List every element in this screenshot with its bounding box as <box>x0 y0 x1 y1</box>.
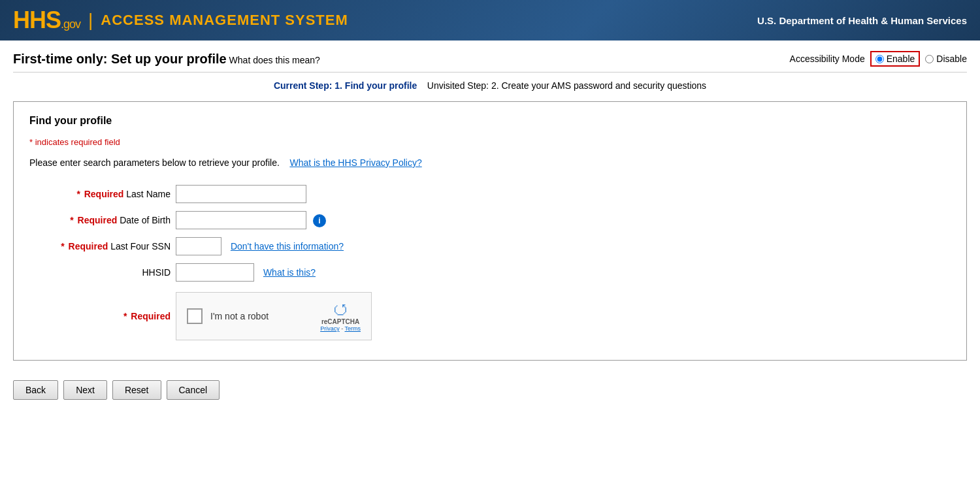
hhsid-row: HHSID What is this? <box>29 259 951 285</box>
captcha-logo-area: ⭯ reCAPTCHA Privacy - Terms <box>320 300 361 333</box>
captcha-checkbox[interactable] <box>187 308 203 324</box>
page-heading-row: First-time only: Set up your profile Wha… <box>13 51 967 73</box>
back-button[interactable]: Back <box>13 380 58 400</box>
captcha-label-cell: * Required <box>29 285 173 347</box>
dob-star: * <box>70 215 73 225</box>
dob-input-cell: i <box>173 207 951 233</box>
hhsid-input-cell: What is this? <box>173 259 951 285</box>
current-step-label: Current Step: 1. Find your profile <box>274 80 419 91</box>
dob-label-cell: * Required Date of Birth <box>29 207 173 233</box>
last-name-required: Required <box>84 189 124 199</box>
form-card: Find your profile * indicates required f… <box>13 101 967 361</box>
cancel-button[interactable]: Cancel <box>167 380 220 400</box>
privacy-policy-link[interactable]: What is the HHS Privacy Policy? <box>289 157 421 168</box>
hhsid-label-cell: HHSID <box>29 259 173 285</box>
dob-info-icon[interactable]: i <box>313 214 326 227</box>
ssn-label-cell: * Required Last Four SSN <box>29 233 173 259</box>
enable-label: Enable <box>887 54 915 64</box>
hhsid-label: HHSID <box>142 267 171 278</box>
page-content: First-time only: Set up your profile Wha… <box>0 41 980 417</box>
form-description: Please enter search parameters below to … <box>29 157 951 168</box>
page-heading-area: First-time only: Set up your profile Wha… <box>13 52 320 67</box>
header-logo-area: HHS.gov | ACCESS MANAGEMENT SYSTEM <box>13 7 348 34</box>
captcha-terms[interactable]: Terms <box>345 325 361 332</box>
ssn-input-cell: Don't have this information? <box>173 233 951 259</box>
next-button[interactable]: Next <box>63 380 107 400</box>
header-title: ACCESS MANAGEMENT SYSTEM <box>101 12 348 29</box>
hhs-logo: HHS.gov <box>13 7 80 34</box>
last-name-label-cell: * Required Last Name <box>29 181 173 207</box>
dob-required: Required <box>78 215 118 225</box>
gov-text: .gov <box>61 18 80 31</box>
dob-label: Date of Birth <box>120 215 171 225</box>
captcha-privacy[interactable]: Privacy <box>320 325 340 332</box>
last-name-input[interactable] <box>176 185 306 203</box>
last-name-star: * <box>76 189 80 199</box>
form-card-title: Find your profile <box>29 115 951 127</box>
last-name-row: * Required Last Name <box>29 181 951 207</box>
form-fields-table: * Required Last Name * Required Date of … <box>29 181 951 347</box>
unvisited-step-area: Unvisited Step: 2. Create your AMS passw… <box>427 80 706 91</box>
step-separator <box>419 80 425 91</box>
captcha-row: * Required I'm not a robot ⭯ reCAPTCHA P… <box>29 285 951 347</box>
dob-input[interactable] <box>176 211 306 229</box>
reset-button[interactable]: Reset <box>112 380 161 400</box>
captcha-star: * <box>123 311 127 321</box>
recaptcha-box[interactable]: I'm not a robot ⭯ reCAPTCHA Privacy - Te… <box>176 292 372 340</box>
required-notice: * indicates required field <box>29 137 951 147</box>
header-divider: | <box>88 10 93 31</box>
page-header: HHS.gov | ACCESS MANAGEMENT SYSTEM U.S. … <box>0 0 980 41</box>
header-dept: U.S. Department of Health & Human Servic… <box>757 15 967 26</box>
hhs-text: HHS <box>13 7 61 33</box>
button-row: Back Next Reset Cancel <box>13 374 967 406</box>
captcha-input-cell: I'm not a robot ⭯ reCAPTCHA Privacy - Te… <box>173 285 951 347</box>
disable-radio-wrapper[interactable]: Disable <box>925 54 967 64</box>
ssn-required: Required <box>69 241 108 252</box>
last-name-input-cell <box>173 181 951 207</box>
current-step-value: 1. Find your profile <box>335 80 417 91</box>
page-heading: First-time only: Set up your profile <box>13 52 227 66</box>
no-ssn-link[interactable]: Don't have this information? <box>231 241 344 252</box>
accessibility-label: Accessibility Mode <box>790 54 865 64</box>
recaptcha-privacy-terms: Privacy - Terms <box>320 325 361 333</box>
dob-row: * Required Date of Birth i <box>29 207 951 233</box>
ssn-label: Last Four SSN <box>110 241 171 252</box>
ssn-input[interactable] <box>176 237 221 255</box>
captcha-label: I'm not a robot <box>210 311 320 321</box>
current-step-label-text: Current Step: <box>274 80 332 91</box>
recaptcha-brand-name: reCAPTCHA <box>321 318 359 325</box>
captcha-dash: - <box>340 325 345 332</box>
captcha-required: Required <box>131 311 171 321</box>
hhsid-input[interactable] <box>176 263 254 282</box>
ssn-star: * <box>61 241 64 252</box>
unvisited-step-value: 2. Create your AMS password and security… <box>491 80 706 91</box>
unvisited-step-label: Unvisited Step: <box>427 80 489 91</box>
last-name-label: Last Name <box>126 189 171 199</box>
disable-label: Disable <box>936 54 967 64</box>
enable-radio-wrapper[interactable]: Enable <box>870 51 921 67</box>
form-description-text: Please enter search parameters below to … <box>29 157 280 168</box>
recaptcha-icon: ⭯ <box>333 300 348 318</box>
enable-radio[interactable] <box>875 55 884 63</box>
accessibility-mode-area: Accessibility Mode Enable Disable <box>790 51 967 67</box>
what-does-this-mean-link[interactable]: What does this mean? <box>229 55 320 65</box>
hhsid-what-is-this-link[interactable]: What is this? <box>263 267 316 278</box>
steps-bar: Current Step: 1. Find your profile Unvis… <box>13 80 967 91</box>
disable-radio[interactable] <box>925 55 934 63</box>
ssn-row: * Required Last Four SSN Don't have this… <box>29 233 951 259</box>
